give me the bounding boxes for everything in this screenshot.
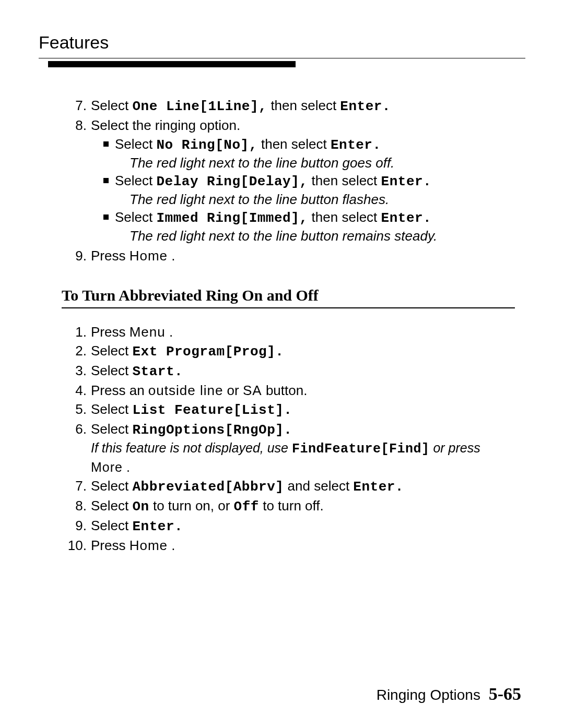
stepb-1: 1. Press Menu . <box>62 323 515 342</box>
text: Select <box>91 421 133 437</box>
section-rule <box>62 307 515 308</box>
page-header-title: Features <box>39 32 525 53</box>
text: button. <box>266 383 308 398</box>
footer-label: Ringing Options <box>377 687 480 703</box>
text: Select <box>91 518 133 533</box>
bullet-delay-ring: Select Delay Ring[Delay], then select En… <box>102 172 515 208</box>
code: Enter. <box>353 479 404 495</box>
stepb-7: 7. Select Abbreviated[Abbrv] and select … <box>62 477 515 497</box>
step-number: 9. <box>62 247 91 265</box>
step-number: 1. <box>62 323 91 341</box>
text: to turn on, or <box>153 498 234 514</box>
result-text: The red light next to the line button go… <box>130 154 515 172</box>
code: Ext Program[Prog]. <box>133 344 284 360</box>
result-text: The red light next to the line button fl… <box>130 190 515 208</box>
section-title: To Turn Abbreviated Ring On and Off <box>62 287 515 304</box>
page-number: 5-65 <box>489 684 521 703</box>
step-body: Press Home . <box>91 247 515 265</box>
code: Enter. <box>331 137 381 153</box>
text: Select <box>115 136 157 152</box>
step-body: Select Enter. <box>91 517 515 535</box>
step-8-bullets: Select No Ring[No], then select Enter. T… <box>102 135 515 245</box>
stepb-4: 4. Press an outside line or SA button. <box>62 381 515 400</box>
code: Enter. <box>381 210 432 226</box>
key-label: Home <box>130 248 168 264</box>
step-body: Select On to turn on, or Off to turn off… <box>91 497 515 516</box>
key-label: Menu <box>130 324 166 340</box>
text: Press <box>91 538 130 553</box>
code: On <box>133 499 149 515</box>
code: Enter. <box>381 174 432 189</box>
text: to turn off. <box>263 498 324 514</box>
text: Select <box>91 98 133 113</box>
text: Select <box>91 401 133 417</box>
stepb-9: 9. Select Enter. <box>62 517 515 536</box>
step-number: 5. <box>62 400 91 418</box>
procedure-list-a: 7. Select One Line[1Line], then select E… <box>62 97 515 266</box>
content: 7. Select One Line[1Line], then select E… <box>62 97 515 555</box>
step-body: Select Ext Program[Prog]. <box>91 342 515 361</box>
step-number: 2. <box>62 342 91 360</box>
step-body: Press Home . <box>91 536 515 554</box>
stepb-3: 3. Select Start. <box>62 362 515 381</box>
code: List Feature[List]. <box>133 402 292 418</box>
stepb-5: 5. Select List Feature[List]. <box>62 400 515 420</box>
code: Delay Ring[Delay], <box>157 174 308 189</box>
procedure-list-b: 1. Press Menu . 2. Select Ext Program[Pr… <box>62 323 515 555</box>
step-9: 9. Press Home . <box>62 247 515 266</box>
code: No Ring[No], <box>157 137 257 153</box>
key-label: Home <box>130 538 168 553</box>
text: If this feature is not displayed, use <box>91 440 292 455</box>
step-8: 8. Select the ringing option. Select No … <box>62 116 515 247</box>
text: Press an <box>91 383 148 398</box>
text: then select <box>271 98 340 113</box>
key-label: outside line <box>148 383 224 398</box>
key-label: SA <box>243 383 262 398</box>
step-number: 8. <box>62 116 91 134</box>
code: One Line[1Line], <box>133 99 267 114</box>
text: Select <box>91 343 133 359</box>
step-body: Select List Feature[List]. <box>91 400 515 419</box>
text: then select <box>312 209 381 225</box>
text: then select <box>312 173 381 188</box>
step-number: 9. <box>62 517 91 534</box>
text: or <box>227 383 243 398</box>
code: Enter. <box>340 99 391 114</box>
text: Select the ringing option. <box>91 117 240 133</box>
page-footer: Ringing Options 5-65 <box>377 684 521 704</box>
key-label: More <box>91 460 123 474</box>
code: Immed Ring[Immed], <box>157 210 308 226</box>
text: Press <box>91 248 130 264</box>
step-body: Select Start. <box>91 362 515 380</box>
stepb-10: 10. Press Home . <box>62 536 515 555</box>
step-number: 7. <box>62 477 91 495</box>
step-number: 7. <box>62 97 91 114</box>
code: Abbreviated[Abbrv] <box>133 479 284 495</box>
code: Enter. <box>133 519 183 534</box>
header-rule <box>39 56 525 66</box>
step-number: 6. <box>62 420 91 438</box>
step-body: Press Menu . <box>91 323 515 341</box>
step-body: Press an outside line or SA button. <box>91 381 515 399</box>
header-thin-line <box>39 58 525 58</box>
text: . <box>126 460 130 474</box>
step-number: 4. <box>62 381 91 399</box>
code: Off <box>234 499 259 515</box>
step-body: Select RingOptions[RngOp]. If this featu… <box>91 420 515 476</box>
text: Press <box>91 324 130 340</box>
text: . <box>171 248 175 264</box>
step-body: Select the ringing option. Select No Rin… <box>91 116 515 246</box>
code: RingOptions[RngOp]. <box>133 422 292 438</box>
text: . <box>171 538 175 553</box>
bullet-no-ring: Select No Ring[No], then select Enter. T… <box>102 135 515 172</box>
step-number: 8. <box>62 497 91 515</box>
text: Select <box>115 173 157 188</box>
text: then select <box>261 136 331 152</box>
step-7: 7. Select One Line[1Line], then select E… <box>62 97 515 116</box>
code: FindFeature[Find] <box>292 441 430 457</box>
text: Select <box>91 498 133 514</box>
header-thick-bar <box>48 61 296 67</box>
bullet-immed-ring: Select Immed Ring[Immed], then select En… <box>102 208 515 245</box>
stepb-6: 6. Select RingOptions[RngOp]. If this fe… <box>62 420 515 477</box>
step-number: 3. <box>62 362 91 379</box>
